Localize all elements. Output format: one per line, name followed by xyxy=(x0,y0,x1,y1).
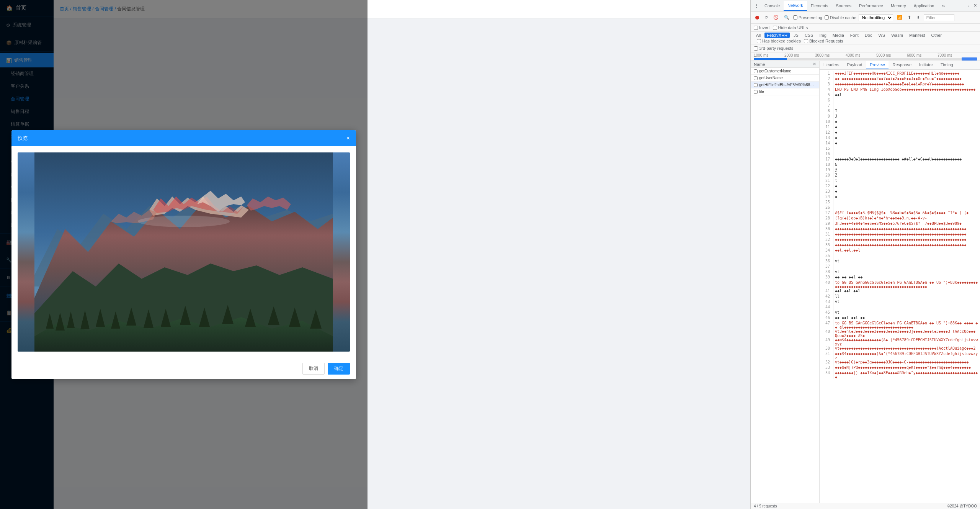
modal-close-button[interactable]: × xyxy=(346,135,350,142)
clear-button[interactable]: 🚫 xyxy=(772,14,780,21)
devtools-tabs: ⋮ Console Network Elements Sources Perfo… xyxy=(751,0,980,11)
network-item-2[interactable]: getUserName xyxy=(751,75,819,82)
tag-manifest[interactable]: Manifest xyxy=(907,33,928,38)
line-number: 43 xyxy=(820,300,833,305)
line-content: @ xyxy=(835,168,980,173)
code-line: 26 xyxy=(820,205,980,211)
record-button[interactable] xyxy=(754,15,761,20)
network-item-4[interactable]: file xyxy=(751,88,819,95)
blocked-requests-checkbox[interactable] xyxy=(804,39,808,43)
code-line: 12◆ xyxy=(820,130,980,136)
devtools-close-btn[interactable]: ✕ xyxy=(972,2,978,9)
filter-tags: All Fetch/XHR JS CSS Img Media Font Doc … xyxy=(754,33,944,38)
line-content: - xyxy=(835,103,980,109)
tag-wasm[interactable]: Wasm xyxy=(889,33,905,38)
disable-cache-checkbox[interactable] xyxy=(825,15,829,20)
network-item-1-checkbox[interactable] xyxy=(754,69,758,73)
cancel-button[interactable]: 取消 xyxy=(302,363,325,375)
network-item-4-checkbox[interactable] xyxy=(754,90,758,94)
preview-content[interactable]: 1◆◆◆◆JFIF◆◆◆◆◆◆◆◆Hu◆◆◆◆XICC_PROFILE◆◆◆◆◆… xyxy=(820,70,980,503)
line-content: vt◆◆◆◆}G(◆rp◆◆3g◆◆◆◆◆◆OJO◆◆◆◆-G-◆◆◆◆◆◆◆◆… xyxy=(835,360,980,365)
tab-sources[interactable]: Sources xyxy=(832,1,855,10)
code-line: 41◆◆l ◆◆l ◆◆l xyxy=(820,289,980,294)
tab-network[interactable]: Network xyxy=(784,1,807,11)
preview-tab-headers[interactable]: Headers xyxy=(820,61,843,69)
devtools-settings-btn[interactable]: ⋮ xyxy=(752,2,761,10)
svg-point-26 xyxy=(138,216,230,227)
code-line: 35 xyxy=(820,254,980,259)
line-number: 25 xyxy=(820,200,833,205)
network-item-2-checkbox[interactable] xyxy=(754,76,758,80)
invert-label[interactable]: Invert xyxy=(754,25,770,30)
tab-performance[interactable]: Performance xyxy=(855,1,887,10)
throttling-select[interactable]: No throttling xyxy=(859,14,893,21)
third-party-checkbox[interactable] xyxy=(754,46,758,51)
network-progress-end xyxy=(962,57,977,61)
confirm-button[interactable]: 确定 xyxy=(328,363,350,375)
network-item-2-name: getUserName xyxy=(759,76,783,80)
network-item-1[interactable]: getCustomerName xyxy=(751,68,819,75)
tag-other[interactable]: Other xyxy=(929,33,944,38)
network-conditions-btn[interactable]: 📶 xyxy=(895,14,904,21)
reload-button[interactable]: ↺ xyxy=(763,14,769,21)
export-btn[interactable]: ⬇ xyxy=(915,14,921,21)
line-number: 54 xyxy=(820,371,833,379)
tab-more[interactable]: » xyxy=(938,0,949,11)
code-line: 8T xyxy=(820,109,980,114)
tag-doc[interactable]: Doc xyxy=(862,33,875,38)
line-content: ◆ xyxy=(835,189,980,195)
hide-data-urls-checkbox[interactable] xyxy=(773,26,777,30)
preserve-log-label[interactable]: Preserve log xyxy=(793,15,822,20)
code-line: 28(?q(◆{)oo◆)B)k)◆}◆*n◆*h*◆◆n◆◆9,n,◆◆-A-… xyxy=(820,216,980,221)
line-number: 24 xyxy=(820,195,833,200)
preserve-log-checkbox[interactable] xyxy=(793,15,797,20)
tab-elements[interactable]: Elements xyxy=(807,1,832,10)
network-item-3-checkbox[interactable] xyxy=(754,83,758,87)
search-button[interactable]: 🔍 xyxy=(782,14,791,21)
preview-tab-preview[interactable]: Preview xyxy=(866,61,889,69)
preview-tab-payload[interactable]: Payload xyxy=(843,61,866,69)
line-number: 23 xyxy=(820,189,833,195)
network-item-3[interactable]: getHtFile?htBh=%E5%90%88%E... xyxy=(751,82,819,88)
blocked-requests-label[interactable]: Blocked Requests xyxy=(804,39,843,43)
close-panel-icon[interactable]: ✕ xyxy=(813,62,816,67)
modal-overlay[interactable]: 预览 × xyxy=(54,0,368,509)
tag-media[interactable]: Media xyxy=(830,33,846,38)
tab-memory[interactable]: Memory xyxy=(887,1,910,10)
tag-font[interactable]: Font xyxy=(848,33,861,38)
code-line: 39◆◆ ◆◆ ◆◆l ◆◆ xyxy=(820,275,980,280)
devtools-body: Name ✕ getCustomerName getUserName getHt… xyxy=(751,61,980,503)
code-line: 24◆ xyxy=(820,195,980,200)
invert-checkbox[interactable] xyxy=(754,26,758,30)
tag-js[interactable]: JS xyxy=(791,33,801,38)
preview-tab-response[interactable]: Response xyxy=(889,61,915,69)
line-content xyxy=(835,264,980,270)
disable-cache-text: Disable cache xyxy=(830,15,856,20)
tag-ws[interactable]: WS xyxy=(876,33,887,38)
third-party-label[interactable]: 3rd-party requests xyxy=(754,46,793,51)
line-number: 17 xyxy=(820,157,833,162)
tab-console[interactable]: Console xyxy=(761,1,784,10)
line-number: 32 xyxy=(820,237,833,243)
tag-all[interactable]: All xyxy=(754,33,763,38)
tag-fetchxhr[interactable]: Fetch/XHR xyxy=(764,33,790,38)
disable-cache-label[interactable]: Disable cache xyxy=(825,15,856,20)
devtools-more-btn[interactable]: ⋮ xyxy=(965,2,972,9)
line-content: ◆◆◆◆◆◆◆◆◆◆◆◆◆◆◆◆◆◆◆◆◆+◆Z◆◆◆◆◆E◆◆L◆◆i◆Ror… xyxy=(835,82,980,87)
preview-tab-timing[interactable]: Timing xyxy=(937,61,957,69)
line-content: 3F3◆◆◆+4◆e4◆4◆◆S◆◆SMS◆◆S◆576r◆C◆$S7$? 7◆… xyxy=(835,221,980,227)
import-btn[interactable]: ⬆ xyxy=(906,14,913,21)
line-content: t xyxy=(835,178,980,184)
line-number: 12 xyxy=(820,130,833,136)
tab-application[interactable]: Application xyxy=(910,1,938,10)
code-line: 37 xyxy=(820,264,980,270)
tag-img[interactable]: Img xyxy=(817,33,829,38)
preview-tab-initiator[interactable]: Initiator xyxy=(915,61,937,69)
hide-data-urls-label[interactable]: Hide data URLs xyxy=(773,25,808,30)
has-blocked-cookies-label[interactable]: Has blocked cookies xyxy=(757,39,801,43)
line-number: 42 xyxy=(820,294,833,300)
tag-css[interactable]: CSS xyxy=(802,33,816,38)
filter-input[interactable] xyxy=(924,14,954,21)
code-line: 3◆◆◆◆◆◆◆◆◆◆◆◆◆◆◆◆◆◆◆◆◆+◆Z◆◆◆◆◆E◆◆L◆◆i◆Ro… xyxy=(820,82,980,87)
has-blocked-cookies-checkbox[interactable] xyxy=(757,39,761,43)
